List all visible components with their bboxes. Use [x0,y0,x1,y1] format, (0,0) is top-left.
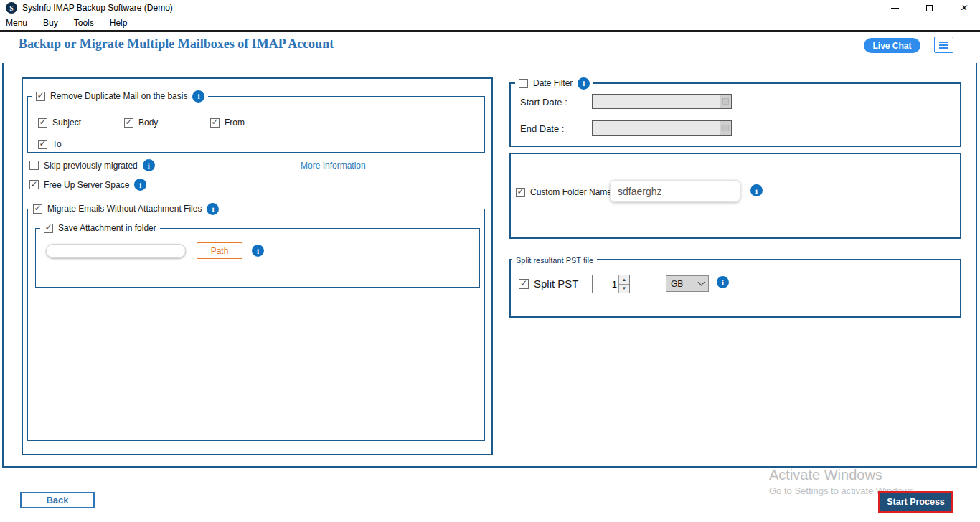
restore-icon [926,5,933,11]
title-bar: SysInfo IMAP Backup Software (Demo) [0,0,980,16]
date-filter-checkbox[interactable] [519,79,528,88]
close-button[interactable] [951,0,976,16]
custom-folder-input[interactable] [610,180,740,202]
close-icon [960,3,967,13]
duplicate-option-to[interactable]: To [38,139,62,149]
window-title: SysInfo IMAP Backup Software (Demo) [22,3,173,13]
activate-windows-watermark: Activate Windows [769,467,882,483]
back-button[interactable]: Back [20,492,95,508]
minimize-icon [891,8,899,9]
page-title: Backup or Migrate Multiple Mailboxes of … [19,37,334,52]
minimize-button[interactable] [882,0,907,16]
menu-item-help[interactable]: Help [103,18,136,28]
calendar-picker-icon [720,95,731,108]
info-icon[interactable] [252,245,264,257]
more-information-link[interactable]: More Information [301,161,366,171]
remove-duplicate-groupbox: Remove Duplicate Mail on the basis Subje… [27,96,485,153]
info-icon[interactable] [192,90,204,103]
chevron-down-icon [698,279,705,286]
split-size-spinner: ▲ ▼ [592,275,630,293]
save-attachment-groupbox: Save Attachment in folder Path [35,228,480,288]
restore-button[interactable] [917,0,941,16]
migrate-without-attachments-groupbox: Migrate Emails Without Attachment Files … [27,209,485,441]
remove-duplicate-label: Remove Duplicate Mail on the basis [50,91,187,101]
free-up-server-space-row[interactable]: Free Up Server Space [29,179,146,191]
skip-previously-migrated-checkbox[interactable] [29,161,39,170]
split-unit-select[interactable]: GB [666,275,709,292]
info-icon[interactable] [207,203,219,215]
hamburger-menu-button[interactable] [934,37,953,53]
hamburger-icon [939,42,948,43]
duplicate-option-from[interactable]: From [210,118,245,128]
split-unit-value: GB [671,279,683,289]
start-date-input [593,95,720,108]
info-icon[interactable] [578,77,590,90]
end-date-label: End Date : [520,123,564,134]
split-pst-groupbox: Split resultant PST file Split PST ▲ ▼ G… [509,259,961,318]
info-icon[interactable] [750,184,763,196]
live-chat-button[interactable]: Live Chat [864,38,920,53]
calendar-picker-icon [720,121,731,135]
from-checkbox[interactable] [210,118,220,128]
start-process-button[interactable]: Start Process [880,493,951,511]
skip-previously-migrated-row[interactable]: Skip previously migrated [29,159,155,171]
custom-folder-box: Custom Folder Name [509,153,961,239]
end-date-input [593,121,720,135]
menu-bar: Menu Buy Tools Help [0,16,980,32]
date-filter-groupbox: Date Filter Start Date : End Date : [509,82,961,147]
info-icon[interactable] [134,179,146,191]
free-up-server-space-checkbox[interactable] [29,180,39,189]
start-process-highlight: Start Process [878,491,953,513]
duplicate-option-body[interactable]: Body [124,118,158,128]
split-pst-row[interactable]: Split PST [519,277,579,290]
to-checkbox[interactable] [38,140,47,149]
migrate-without-attachments-checkbox[interactable] [33,204,42,214]
custom-folder-checkbox[interactable] [516,188,525,197]
start-date-label: Start Date : [520,97,567,108]
split-size-input[interactable] [593,275,618,293]
subject-checkbox[interactable] [38,118,47,128]
menu-item-menu[interactable]: Menu [0,18,36,28]
app-logo-icon [6,2,17,14]
info-icon[interactable] [143,159,155,171]
menu-item-buy[interactable]: Buy [36,18,67,28]
duplicate-option-subject[interactable]: Subject [38,118,81,128]
attachment-path-input[interactable] [46,244,186,258]
options-panel: Remove Duplicate Mail on the basis Subje… [22,77,493,455]
save-attachment-checkbox[interactable] [44,224,53,233]
split-pst-checkbox[interactable] [519,279,529,289]
remove-duplicate-checkbox[interactable] [36,92,45,101]
info-icon[interactable] [717,276,729,288]
spin-down-icon[interactable]: ▼ [619,285,629,293]
split-group-label: Split resultant PST file [516,256,593,265]
body-checkbox[interactable] [124,118,133,128]
menu-item-tools[interactable]: Tools [67,18,103,28]
end-date-field [592,120,732,136]
spin-up-icon[interactable]: ▲ [619,275,629,285]
path-button[interactable]: Path [197,242,242,259]
custom-folder-row[interactable]: Custom Folder Name [516,187,612,197]
start-date-field [592,94,732,109]
